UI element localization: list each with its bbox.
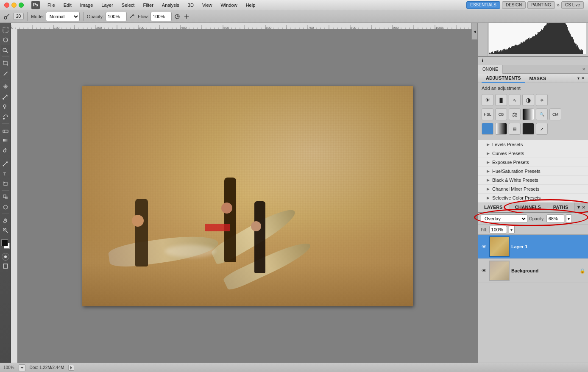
opacity-airbrush-btn[interactable] <box>128 13 136 20</box>
brush-size-button[interactable]: 20 <box>13 13 24 20</box>
selective-color-icon[interactable] <box>522 123 534 135</box>
minimize-button[interactable] <box>11 3 17 8</box>
layers-panel-close[interactable]: ✕ <box>582 205 585 210</box>
painting-button[interactable]: PAINTING <box>527 1 555 9</box>
canvas-area[interactable] <box>17 29 478 363</box>
paths-tab[interactable]: PATHS <box>547 203 575 212</box>
blend-mode-select[interactable]: Overlay Normal Multiply Screen Soft Ligh… <box>481 214 527 223</box>
fill-input[interactable] <box>489 226 507 233</box>
solid-color-icon[interactable] <box>482 123 493 135</box>
mode-select[interactable]: Normal <box>46 12 80 21</box>
onone-close-icon[interactable]: ✕ <box>580 67 588 72</box>
history-brush-tool[interactable] <box>1 112 10 122</box>
adjustments-panel: ADJUSTMENTS MASKS ▾ ✕ Add an adjustment … <box>478 74 588 140</box>
balance-icon[interactable]: ⚖ <box>509 108 521 120</box>
preset-channelmixer[interactable]: ▶ Channel Mixer Presets <box>478 185 588 194</box>
channel-mixer-icon[interactable]: CM <box>549 108 561 120</box>
crop-tool[interactable] <box>1 58 10 68</box>
marquee-tool[interactable] <box>1 25 10 34</box>
menu-help[interactable]: Help <box>242 0 260 10</box>
menu-window[interactable]: Window <box>217 0 242 10</box>
preset-selectivecolor[interactable]: ▶ Selective Color Presets <box>478 194 588 203</box>
hand-tool[interactable] <box>1 216 10 225</box>
menu-edit[interactable]: Edit <box>59 0 76 10</box>
menu-view[interactable]: View <box>198 0 217 10</box>
preset-levels[interactable]: ▶ Levels Presets <box>478 140 588 149</box>
preset-bw[interactable]: ▶ Black & White Presets <box>478 176 588 185</box>
healing-brush-tool[interactable] <box>1 82 10 91</box>
layers-tab[interactable]: LAYERS <box>478 203 509 212</box>
channels-tab[interactable]: CHANNELS <box>509 203 547 212</box>
adjustments-tab[interactable]: ADJUSTMENTS <box>482 74 525 83</box>
fill-stepper[interactable]: ▾ <box>509 226 515 233</box>
bw-icon[interactable]: ◼ <box>522 108 534 120</box>
path-selection-tool[interactable] <box>1 179 10 189</box>
info-icon[interactable]: ℹ <box>482 58 483 64</box>
photo-filter-icon[interactable]: 🔍 <box>536 108 548 120</box>
dodge-tool[interactable] <box>1 146 10 155</box>
pattern-icon[interactable]: ▤ <box>509 123 521 135</box>
more-workspaces-icon[interactable]: » <box>557 2 560 8</box>
background-visibility-icon[interactable]: 👁 <box>481 267 488 274</box>
layers-panel-options[interactable]: ▾ <box>577 204 580 210</box>
preset-exposure[interactable]: ▶ Exposure Presets <box>478 158 588 167</box>
adj-options-icon[interactable]: ▾ <box>577 76 580 81</box>
cslive-button[interactable]: CS Live <box>561 1 584 9</box>
brush-tool-button[interactable] <box>3 12 12 21</box>
onone-tab[interactable]: ONONE <box>478 65 503 74</box>
opacity-input[interactable] <box>106 12 127 21</box>
maximize-button[interactable] <box>19 3 24 8</box>
essentials-button[interactable]: ESSENTIALS <box>466 1 500 9</box>
doc-info-expand[interactable] <box>68 365 74 371</box>
menu-analysis[interactable]: Analysis <box>158 0 184 10</box>
quick-select-tool[interactable] <box>1 45 10 55</box>
menu-file[interactable]: File <box>43 0 59 10</box>
extra-btn[interactable] <box>183 13 190 20</box>
posterize-icon[interactable]: ↗ <box>536 123 548 135</box>
adj-close-icon[interactable]: ✕ <box>581 76 585 81</box>
zoom-tool[interactable] <box>1 226 10 235</box>
preset-huesat[interactable]: ▶ Hue/Saturation Presets <box>478 167 588 176</box>
toolbar-sep-2 <box>83 12 84 21</box>
brightness-icon[interactable]: ☀ <box>482 94 493 106</box>
preset-curves[interactable]: ▶ Curves Presets <box>478 149 588 158</box>
menu-filter[interactable]: Filter <box>139 0 157 10</box>
zoom-options-button[interactable] <box>19 364 25 371</box>
foreground-color-swatch[interactable] <box>1 239 8 246</box>
eyedropper-tool[interactable] <box>1 69 10 78</box>
eraser-tool[interactable] <box>1 125 10 135</box>
custom-shape-tool[interactable] <box>1 192 10 202</box>
layer-row-layer1[interactable]: 👁 Layer 1 <box>478 235 588 259</box>
opacity-input-layers[interactable] <box>546 214 564 223</box>
vibrance-icon[interactable]: ❈ <box>536 94 548 106</box>
svg-point-11 <box>3 118 5 119</box>
3d-tool[interactable] <box>1 203 10 212</box>
menu-select[interactable]: Select <box>117 0 139 10</box>
menu-layer[interactable]: Layer <box>97 0 117 10</box>
gradient-icon[interactable] <box>495 123 507 135</box>
levels-icon[interactable]: ▐▌ <box>495 94 507 106</box>
layer-row-background[interactable]: 👁 Background 🔒 <box>478 259 588 283</box>
stamp-tool[interactable] <box>1 102 10 111</box>
design-button[interactable]: DESIGN <box>502 1 526 9</box>
masks-tab[interactable]: MASKS <box>525 74 551 83</box>
menu-image[interactable]: Image <box>76 0 98 10</box>
menu-3d[interactable]: 3D <box>184 0 198 10</box>
flow-input[interactable] <box>150 12 172 21</box>
screen-mode-button[interactable] <box>2 262 9 270</box>
close-button[interactable] <box>4 3 9 8</box>
exposure-icon[interactable]: ◑ <box>522 94 534 106</box>
pen-tool[interactable] <box>1 159 10 168</box>
panel-toggle[interactable]: ◂ <box>471 23 478 40</box>
color-balance-icon[interactable]: CB <box>495 108 507 120</box>
curves-icon[interactable]: ∿ <box>509 94 521 106</box>
opacity-stepper[interactable]: ▾ <box>566 214 572 223</box>
quick-mask-button[interactable] <box>2 253 9 261</box>
brush-tool-left[interactable] <box>1 92 10 101</box>
layer1-visibility-icon[interactable]: 👁 <box>481 243 488 250</box>
lasso-tool[interactable] <box>1 35 10 44</box>
hue-sat-icon[interactable]: HSL <box>482 108 493 120</box>
gradient-tool-left[interactable] <box>1 136 10 145</box>
text-tool[interactable]: T <box>1 169 10 178</box>
flow-btn[interactable] <box>173 13 181 20</box>
